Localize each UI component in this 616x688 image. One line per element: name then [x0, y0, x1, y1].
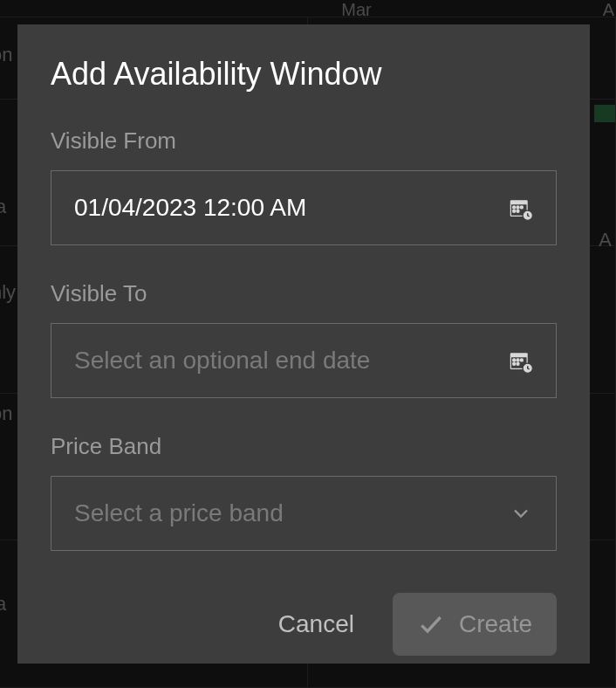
- add-availability-window-modal: Add Availability Window Visible From 01/…: [17, 24, 590, 664]
- create-button[interactable]: Create: [393, 593, 557, 656]
- svg-point-4: [521, 206, 524, 209]
- visible-to-field: Visible To Select an optional end date: [51, 280, 557, 398]
- svg-point-13: [513, 363, 516, 366]
- svg-point-6: [517, 210, 519, 213]
- visible-to-placeholder: Select an optional end date: [74, 347, 507, 375]
- visible-to-input[interactable]: Select an optional end date: [51, 323, 557, 398]
- svg-point-12: [521, 359, 524, 361]
- modal-title: Add Availability Window: [51, 56, 557, 93]
- button-row: Cancel Create: [51, 593, 557, 656]
- chevron-down-icon: [509, 501, 533, 526]
- cancel-button[interactable]: Cancel: [275, 603, 358, 645]
- svg-point-2: [513, 206, 516, 209]
- visible-from-label: Visible From: [51, 127, 557, 155]
- calendar-icon: [507, 195, 533, 221]
- svg-point-14: [517, 363, 519, 366]
- svg-point-10: [513, 359, 516, 361]
- svg-point-5: [513, 210, 516, 213]
- visible-from-value: 01/04/2023 12:00 AM: [74, 194, 507, 222]
- calendar-icon: [507, 347, 533, 374]
- visible-to-label: Visible To: [51, 280, 557, 307]
- visible-from-field: Visible From 01/04/2023 12:00 AM: [51, 127, 557, 245]
- create-button-label: Create: [459, 610, 532, 638]
- price-band-placeholder: Select a price band: [74, 499, 509, 527]
- price-band-field: Price Band Select a price band: [51, 433, 557, 551]
- visible-from-input[interactable]: 01/04/2023 12:00 AM: [51, 170, 557, 245]
- price-band-select[interactable]: Select a price band: [51, 476, 557, 551]
- svg-point-3: [517, 206, 519, 209]
- svg-point-11: [517, 359, 519, 361]
- price-band-label: Price Band: [51, 433, 557, 460]
- check-icon: [417, 610, 445, 638]
